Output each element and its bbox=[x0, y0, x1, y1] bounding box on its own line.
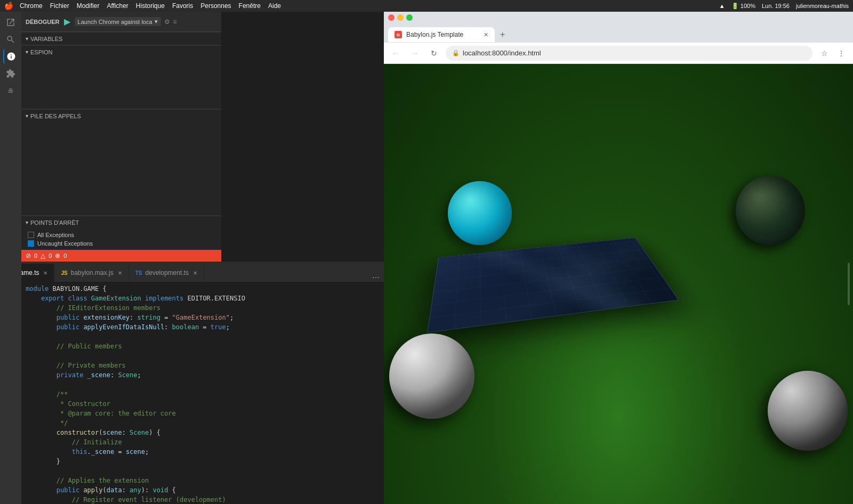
debug-config-text: Launch Chrome against loca bbox=[78, 19, 152, 25]
status-warning-count: 0 bbox=[49, 253, 52, 259]
menubar-user: julienmoreau-mathis bbox=[796, 3, 849, 9]
breakpoint-uncaught-label: Uncaught Exceptions bbox=[37, 240, 93, 247]
menubar-wifi: ▲ bbox=[719, 3, 725, 9]
debug-settings-icon[interactable]: ⚙ bbox=[164, 18, 170, 26]
status-icons: ⊘ 0 △ 0 ⊗ 0 bbox=[26, 252, 67, 259]
debug-config[interactable]: Launch Chrome against loca ▾ bbox=[75, 17, 161, 26]
menubar-modifier[interactable]: Modifier bbox=[77, 2, 100, 10]
menubar-items: Chrome Fichier Modifier Afficher Histori… bbox=[20, 2, 281, 10]
status-bar: ⊘ 0 △ 0 ⊗ 0 bbox=[21, 250, 221, 262]
maximize-button[interactable] bbox=[406, 14, 413, 21]
variables-header[interactable]: ▾ VARIABLES bbox=[21, 32, 221, 45]
sidebar-extensions-icon[interactable] bbox=[3, 66, 18, 81]
chrome-browser: B Babylon.js Template ✕ + ← → ↻ 🔒 localh… bbox=[384, 12, 853, 504]
tab-development-close[interactable]: ✕ bbox=[193, 270, 197, 276]
pile-section: ▾ PILE DES APPELS bbox=[21, 109, 221, 215]
points-arrow: ▾ bbox=[26, 220, 28, 225]
scroll-hint bbox=[848, 263, 850, 305]
tab-babylon-js[interactable]: JS babylon.max.js ✕ bbox=[54, 264, 128, 282]
status-warning-icon[interactable]: △ bbox=[41, 252, 45, 259]
chrome-new-tab-button[interactable]: + bbox=[497, 30, 508, 39]
close-button[interactable] bbox=[388, 14, 395, 21]
points-header[interactable]: ▾ POINTS D'ARRÊT bbox=[21, 216, 221, 229]
chrome-tab-close-btn[interactable]: ✕ bbox=[484, 31, 488, 38]
breakpoint-uncaught-checkbox[interactable] bbox=[28, 240, 34, 247]
js-icon: JS bbox=[61, 270, 67, 276]
sphere-chrome-right bbox=[768, 371, 848, 451]
menubar: 🍎 Chrome Fichier Modifier Afficher Histo… bbox=[0, 0, 853, 12]
address-bar[interactable]: 🔒 localhost:8000/index.html bbox=[446, 46, 812, 61]
code-area: 12345 678910 1112131415 1617181920 21222… bbox=[0, 282, 384, 504]
apple-icon[interactable]: 🍎 bbox=[4, 2, 13, 10]
tabs-overflow[interactable]: ⋯ bbox=[368, 273, 384, 282]
variables-section: ▾ VARIABLES bbox=[21, 32, 221, 45]
bookmark-button[interactable]: ☆ bbox=[817, 46, 832, 61]
nav-menu-button[interactable]: ⋮ bbox=[834, 46, 849, 61]
nav-actions: ☆ ⋮ bbox=[817, 46, 849, 61]
nav-back-button[interactable]: ← bbox=[388, 46, 403, 61]
menubar-fichier[interactable]: Fichier bbox=[50, 2, 69, 10]
menubar-battery: 🔋 100% bbox=[731, 3, 755, 10]
chrome-tab-babylon[interactable]: B Babylon.js Template ✕ bbox=[388, 27, 495, 42]
code-content[interactable]: module BABYLON.GAME { export class GameE… bbox=[21, 282, 384, 504]
status-info-icon[interactable]: ⊗ bbox=[55, 252, 60, 259]
tab-development-label: development.ts bbox=[146, 269, 189, 277]
tab-development-ts[interactable]: TS development.ts ✕ bbox=[129, 264, 204, 282]
vscode-sidebar bbox=[0, 12, 21, 504]
points-title: POINTS D'ARRÊT bbox=[30, 220, 79, 226]
nav-reload-button[interactable]: ↻ bbox=[426, 46, 441, 61]
sidebar-debug-icon[interactable] bbox=[3, 49, 18, 64]
sidebar-explorer-icon[interactable] bbox=[3, 15, 18, 30]
pile-title: PILE DES APPELS bbox=[30, 113, 81, 119]
points-content: All Exceptions Uncaught Exceptions bbox=[21, 229, 221, 250]
debug-play-button[interactable]: ▶ bbox=[64, 18, 73, 26]
pile-content bbox=[21, 122, 221, 215]
lock-icon: 🔒 bbox=[452, 50, 460, 56]
status-error-icon[interactable]: ⊘ bbox=[26, 252, 31, 259]
menubar-personnes[interactable]: Personnes bbox=[200, 2, 231, 10]
menubar-afficher[interactable]: Afficher bbox=[107, 2, 128, 10]
espion-header[interactable]: ▾ ESPION bbox=[21, 45, 221, 58]
espion-content bbox=[21, 58, 221, 109]
debug-label: DÉBOGUER bbox=[26, 19, 60, 25]
menubar-fenetre[interactable]: Fenêtre bbox=[239, 2, 261, 10]
chevron-down-icon: ▾ bbox=[155, 18, 158, 25]
espion-arrow: ▾ bbox=[26, 49, 28, 55]
sphere-teal bbox=[448, 181, 512, 245]
debug-toolbar: DÉBOGUER ▶ Launch Chrome against loca ▾ … bbox=[21, 12, 221, 32]
menubar-right: ▲ 🔋 100% Lun. 19:56 julienmoreau-mathis bbox=[719, 3, 849, 10]
pile-arrow: ▾ bbox=[26, 113, 28, 119]
tab-babylon-label: babylon.max.js bbox=[71, 269, 114, 277]
status-info-count: 0 bbox=[63, 253, 67, 259]
espion-section: ▾ ESPION bbox=[21, 45, 221, 109]
minimize-button[interactable] bbox=[397, 14, 404, 21]
main-container: DÉBOGUER ▶ Launch Chrome against loca ▾ … bbox=[0, 12, 853, 504]
pile-header[interactable]: ▾ PILE DES APPELS bbox=[21, 109, 221, 122]
code-editor: TS game.ts ✕ JS babylon.max.js ✕ TS deve… bbox=[0, 262, 384, 504]
variables-arrow: ▾ bbox=[26, 36, 28, 42]
tab-babylon-close[interactable]: ✕ bbox=[118, 270, 122, 276]
breakpoint-uncaught: Uncaught Exceptions bbox=[28, 240, 215, 247]
status-error-count: 0 bbox=[34, 253, 37, 259]
url-text: localhost:8000/index.html bbox=[463, 49, 541, 57]
breakpoint-all-checkbox[interactable] bbox=[28, 232, 34, 238]
menubar-historique[interactable]: Historique bbox=[136, 2, 165, 10]
chrome-tab-favicon: B bbox=[395, 31, 402, 38]
vscode-panel: DÉBOGUER ▶ Launch Chrome against loca ▾ … bbox=[0, 12, 384, 504]
menubar-time: Lun. 19:56 bbox=[762, 3, 790, 9]
chrome-tab-bar: B Babylon.js Template ✕ + bbox=[384, 23, 853, 43]
sphere-dark-green bbox=[736, 176, 805, 245]
sidebar-scm-icon[interactable] bbox=[3, 83, 18, 98]
menubar-aide[interactable]: Aide bbox=[268, 2, 281, 10]
menubar-chrome[interactable]: Chrome bbox=[20, 2, 43, 10]
tab-game-ts-close[interactable]: ✕ bbox=[43, 270, 47, 276]
sphere-chrome-left bbox=[389, 334, 474, 419]
traffic-lights bbox=[388, 14, 413, 21]
sidebar-search-icon[interactable] bbox=[3, 32, 18, 47]
debug-menu-icon[interactable]: ≡ bbox=[173, 18, 177, 26]
breakpoint-all: All Exceptions bbox=[28, 232, 215, 238]
nav-forward-button[interactable]: → bbox=[407, 46, 422, 61]
menubar-favoris[interactable]: Favoris bbox=[172, 2, 193, 10]
espion-title: ESPION bbox=[30, 49, 53, 55]
debug-icons: ⚙ ≡ bbox=[164, 18, 177, 26]
